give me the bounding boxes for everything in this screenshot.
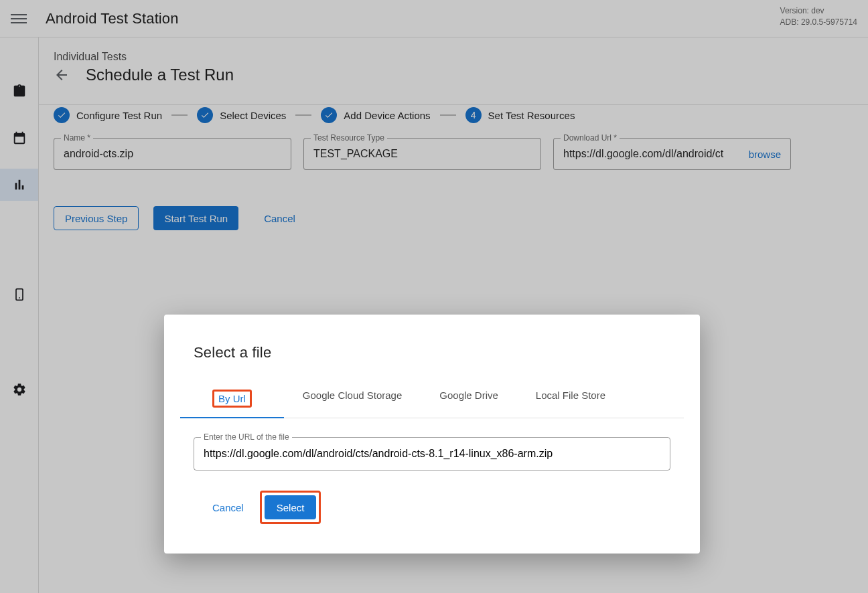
field-label: Enter the URL of the file xyxy=(201,432,292,442)
tab-local[interactable]: Local File Store xyxy=(517,380,624,418)
dialog-cancel-button[interactable]: Cancel xyxy=(202,495,255,519)
dialog-select-button[interactable]: Select xyxy=(265,495,317,519)
url-input-field[interactable]: Enter the URL of the file xyxy=(194,437,670,471)
tab-label: Google Cloud Storage xyxy=(303,390,402,401)
dialog-tabs: By Url Google Cloud Storage Google Drive… xyxy=(180,380,684,418)
dialog-actions: Cancel Select xyxy=(202,491,670,524)
tab-gcs[interactable]: Google Cloud Storage xyxy=(284,380,421,418)
select-file-dialog: Select a file By Url Google Cloud Storag… xyxy=(164,315,700,554)
tab-label: By Url xyxy=(218,393,246,404)
tab-label: Local File Store xyxy=(536,390,605,401)
tab-by-url[interactable]: By Url xyxy=(180,380,284,418)
highlight-box: Select xyxy=(260,491,321,524)
tab-label: Google Drive xyxy=(439,390,498,401)
url-input[interactable] xyxy=(204,448,660,460)
highlight-box: By Url xyxy=(212,390,252,408)
tab-drive[interactable]: Google Drive xyxy=(421,380,517,418)
dialog-title: Select a file xyxy=(194,344,670,361)
